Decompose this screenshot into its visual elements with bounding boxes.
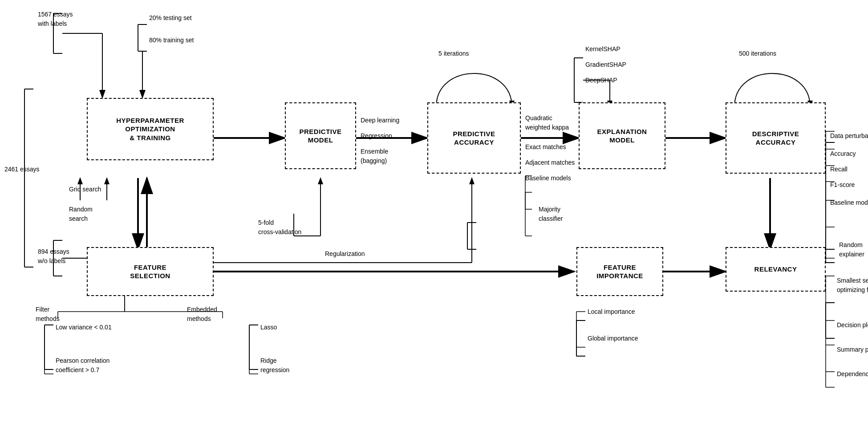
label-grid-search: Grid search	[69, 185, 101, 194]
label-500-iterations: 500 iterations	[739, 49, 776, 58]
label-gradientshap: GradientSHAP	[585, 60, 626, 69]
label-lasso: Lasso	[260, 323, 277, 332]
label-quadratic: Quadraticweighted kappa	[525, 114, 569, 132]
label-filter-methods: Filtermethods	[36, 305, 60, 324]
label-majority-classifier: Majorityclassifier	[539, 205, 563, 223]
label-random-search: Randomsearch	[69, 205, 93, 223]
box-hyperparameter: HYPERPARAMETEROPTIMIZATION& TRAINING	[87, 98, 214, 160]
box-predictive-accuracy: PREDICTIVEACCURACY	[427, 102, 521, 174]
label-2461-essays: 2461 essays	[4, 165, 40, 174]
box-predictive-model: PREDICTIVEMODEL	[285, 102, 356, 169]
box-explanation-model: EXPLANATIONMODEL	[579, 102, 665, 169]
box-relevancy: RELEVANCY	[726, 247, 826, 292]
label-deep-learning: Deep learning	[361, 116, 399, 125]
label-f1-score: F1-score	[830, 180, 855, 190]
label-80pct: 80% training set	[149, 36, 194, 45]
box-feature-selection: FEATURESELECTION	[87, 247, 214, 296]
label-dependence-plots: Dependence plots	[837, 369, 868, 379]
label-recall: Recall	[830, 165, 848, 174]
label-regularization: Regularization	[325, 249, 365, 259]
label-low-variance: Low variance < 0.01	[56, 323, 112, 332]
label-baseline-models: Baseline models	[525, 174, 571, 183]
label-5-iterations: 5 iterations	[438, 49, 469, 58]
label-20pct: 20% testing set	[149, 13, 192, 23]
label-pearson: Pearson correlationcoefficient > 0.7	[56, 356, 110, 375]
label-decision-plots: Decision plots	[837, 320, 868, 330]
label-5fold: 5-foldcross-validation	[258, 218, 301, 237]
label-data-perturbation: Data perturbation	[830, 131, 868, 141]
label-894-essays: 894 essaysw/o labels	[38, 247, 69, 266]
label-exact-matches: Exact matches	[525, 142, 566, 152]
label-summary-plots: Summary plots	[837, 345, 868, 354]
label-random-explainer: Randomexplainer	[839, 240, 864, 259]
label-adjacent-matches: Adjacent matches	[525, 158, 575, 167]
label-1567-essays: 1567 essayswith labels	[38, 10, 73, 28]
label-deepshap: DeepSHAP	[585, 76, 617, 85]
label-ridge: Ridgeregression	[260, 356, 289, 375]
label-regression: Regression	[361, 131, 392, 141]
box-feature-importance: FEATUREIMPORTANCE	[576, 247, 663, 296]
label-embedded-methods: Embeddedmethods	[187, 305, 217, 324]
label-accuracy: Accuracy	[830, 149, 856, 158]
box-descriptive-accuracy: DESCRIPTIVEACCURACY	[726, 102, 826, 174]
label-baseline-models-desc: Baseline models	[830, 198, 868, 207]
label-local-importance: Local importance	[588, 307, 635, 316]
label-smallest-set: Smallest set of essaysoptimizing feature…	[837, 276, 868, 295]
label-global-importance: Global importance	[588, 334, 638, 343]
label-kernelshap: KernelSHAP	[585, 45, 621, 54]
label-ensemble: Ensemble(bagging)	[361, 147, 388, 166]
